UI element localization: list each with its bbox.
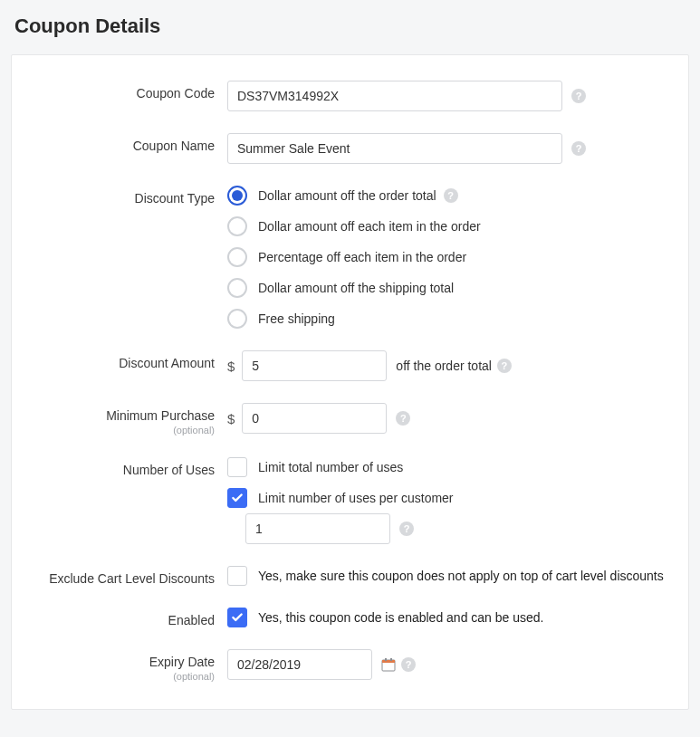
discount-type-radio-order-total[interactable] xyxy=(227,186,247,206)
enabled-checkbox[interactable] xyxy=(227,608,247,627)
limit-per-customer-label: Limit number of uses per customer xyxy=(258,491,454,505)
currency-symbol: $ xyxy=(227,411,235,426)
help-icon[interactable]: ? xyxy=(444,188,458,203)
exclude-cart-label: Exclude Cart Level Discounts xyxy=(28,566,227,586)
expiry-date-input[interactable] xyxy=(227,649,372,680)
discount-type-radio-each-item[interactable] xyxy=(227,216,247,236)
radio-label: Dollar amount off the order total xyxy=(258,188,436,203)
radio-label: Percentage off each item in the order xyxy=(258,250,466,264)
coupon-name-input[interactable] xyxy=(227,133,562,164)
discount-amount-suffix: off the order total xyxy=(396,359,492,373)
svg-rect-1 xyxy=(382,660,395,663)
radio-label: Dollar amount off the shipping total xyxy=(258,281,454,295)
optional-label: (optional) xyxy=(28,425,215,436)
optional-label: (optional) xyxy=(28,671,215,682)
help-icon[interactable]: ? xyxy=(571,141,586,156)
discount-type-label: Discount Type xyxy=(28,186,227,206)
calendar-icon[interactable] xyxy=(381,657,396,672)
help-icon[interactable]: ? xyxy=(399,522,414,536)
discount-amount-label: Discount Amount xyxy=(28,350,227,370)
coupon-details-panel: Coupon Code ? Coupon Name ? Discount Typ… xyxy=(11,54,689,710)
help-icon[interactable]: ? xyxy=(497,359,512,373)
minimum-purchase-label: Minimum Purchase xyxy=(106,408,215,423)
expiry-date-label: Expiry Date xyxy=(149,655,215,669)
svg-rect-3 xyxy=(390,658,392,661)
discount-type-radio-percent-item[interactable] xyxy=(227,247,247,267)
currency-symbol: $ xyxy=(227,359,235,374)
minimum-purchase-input[interactable] xyxy=(242,403,387,434)
enabled-text: Yes, this coupon code is enabled and can… xyxy=(258,610,544,625)
coupon-name-label: Coupon Name xyxy=(28,133,227,153)
help-icon[interactable]: ? xyxy=(571,89,586,103)
help-icon[interactable]: ? xyxy=(396,411,410,426)
radio-label: Free shipping xyxy=(258,311,335,326)
page-title: Coupon Details xyxy=(14,14,689,38)
radio-label: Dollar amount off each item in the order xyxy=(258,219,481,234)
discount-amount-input[interactable] xyxy=(242,350,387,381)
discount-type-radio-shipping[interactable] xyxy=(227,278,247,298)
number-of-uses-label: Number of Uses xyxy=(28,457,227,477)
limit-per-customer-checkbox[interactable] xyxy=(227,488,247,508)
limit-total-checkbox[interactable] xyxy=(227,457,247,477)
discount-type-group: Dollar amount off the order total ? Doll… xyxy=(227,186,672,329)
svg-rect-2 xyxy=(385,658,387,661)
exclude-cart-text: Yes, make sure this coupon does not appl… xyxy=(258,569,664,583)
discount-type-radio-free-shipping[interactable] xyxy=(227,309,247,329)
exclude-cart-checkbox[interactable] xyxy=(227,566,247,586)
coupon-code-label: Coupon Code xyxy=(28,81,227,100)
help-icon[interactable]: ? xyxy=(401,657,416,672)
limit-total-label: Limit total number of uses xyxy=(258,460,403,474)
coupon-code-input[interactable] xyxy=(227,81,562,111)
enabled-label: Enabled xyxy=(28,608,227,627)
per-customer-limit-input[interactable] xyxy=(245,513,390,544)
